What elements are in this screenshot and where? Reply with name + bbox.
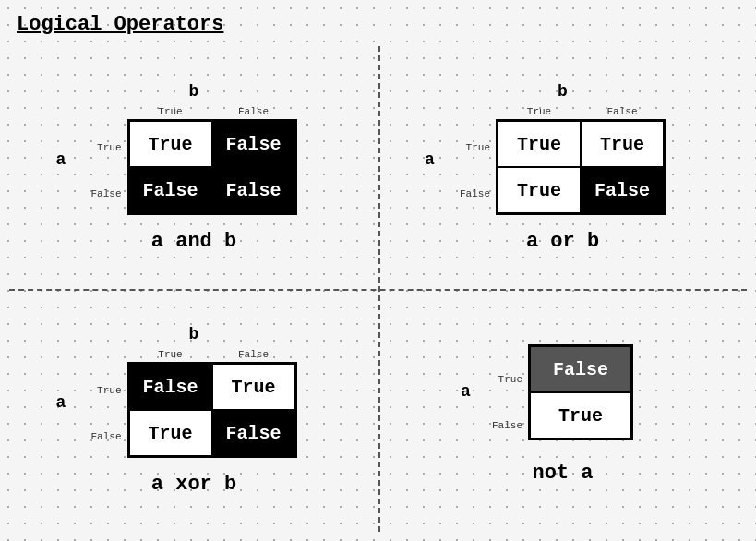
xor-row-label-false: False	[90, 414, 121, 460]
xor-table-section: True False False True True False	[127, 349, 297, 458]
and-b-label-row: b	[189, 82, 199, 101]
and-formula: a and b	[151, 230, 236, 253]
not-a-letter: a	[461, 382, 471, 401]
or-col-false: False	[581, 106, 664, 117]
or-a-label: a	[425, 150, 435, 171]
xor-a-letter: a	[55, 393, 66, 412]
xor-cell-ff: False	[212, 410, 295, 456]
not-table-section: False True	[528, 344, 633, 440]
and-col-headers: True False	[129, 106, 295, 117]
and-b-letter: b	[189, 82, 199, 101]
xor-cell-ft: True	[129, 410, 212, 456]
xor-b-label-row: b	[189, 325, 199, 343]
and-cell-tt: True	[129, 121, 212, 167]
or-b-letter: b	[558, 82, 568, 101]
and-a-label: a	[55, 150, 66, 171]
and-col-false: False	[212, 106, 295, 117]
and-cell-ft: False	[129, 167, 212, 213]
not-row-label-true: True	[492, 356, 522, 403]
or-table-wrapper: a True False True False True True True	[460, 104, 666, 217]
xor-a-label: a	[55, 393, 66, 414]
xor-col-false: False	[212, 349, 295, 360]
not-cell-true: False	[530, 346, 631, 392]
and-truth-grid: True False False False	[127, 119, 297, 215]
or-a-letter: a	[425, 150, 435, 169]
quadrant-not: a True False False True not a	[378, 289, 747, 532]
or-col-headers: True False	[498, 106, 664, 117]
and-row-label-true: True	[90, 125, 121, 171]
or-inner: b a True False True False True	[460, 82, 666, 253]
main-container: b a True False True False True	[9, 46, 747, 532]
or-row-label-false: False	[460, 171, 490, 217]
or-row-labels: True False	[460, 125, 490, 217]
not-row-labels: True False	[492, 356, 522, 449]
and-row-labels: True False	[90, 125, 121, 217]
or-cell-ft: True	[498, 167, 581, 213]
quadrant-or: b a True False True False True	[378, 46, 747, 289]
xor-col-headers: True False	[129, 349, 295, 360]
and-inner: b a True False True False True	[90, 82, 296, 253]
xor-truth-grid: False True True False	[127, 362, 297, 458]
xor-row-label-true: True	[90, 367, 121, 414]
or-row-label-true: True	[460, 125, 490, 171]
not-truth-grid: False True	[528, 344, 633, 440]
or-b-label-row: b	[558, 82, 568, 101]
quadrant-xor: b a True False True False False	[9, 289, 378, 532]
xor-cell-tf: True	[212, 364, 295, 410]
xor-row-labels: True False	[90, 367, 121, 460]
and-col-true: True	[129, 106, 212, 117]
xor-formula: a xor b	[151, 473, 236, 496]
or-cell-tf: True	[581, 121, 664, 167]
and-table-wrapper: a True False True False True False False	[90, 104, 296, 217]
not-table-wrapper: a True False False True	[492, 336, 633, 449]
and-cell-tf: False	[212, 121, 295, 167]
or-col-true: True	[498, 106, 581, 117]
xor-b-letter: b	[189, 325, 199, 343]
xor-cell-tt: False	[129, 364, 212, 410]
xor-inner: b a True False True False False	[90, 325, 296, 496]
quadrant-and: b a True False True False True	[9, 46, 378, 289]
or-table-section: True False True True True False	[496, 106, 666, 215]
or-cell-ff: False	[581, 167, 664, 213]
or-formula: a or b	[526, 230, 599, 253]
and-row-label-false: False	[90, 171, 121, 217]
not-row-label-false: False	[492, 403, 522, 449]
not-cell-false: True	[530, 392, 631, 439]
page-title: Logical Operators	[17, 13, 223, 36]
and-cell-ff: False	[212, 167, 295, 213]
and-table-section: True False True False False False	[127, 106, 297, 215]
or-cell-tt: True	[498, 121, 581, 167]
not-a-label: a	[461, 382, 471, 403]
xor-col-true: True	[129, 349, 212, 360]
not-inner: a True False False True not a	[492, 336, 633, 485]
not-formula: not a	[532, 462, 593, 485]
xor-table-wrapper: a True False True False False True True	[90, 347, 296, 460]
or-truth-grid: True True True False	[496, 119, 666, 215]
and-a-letter: a	[55, 150, 66, 169]
